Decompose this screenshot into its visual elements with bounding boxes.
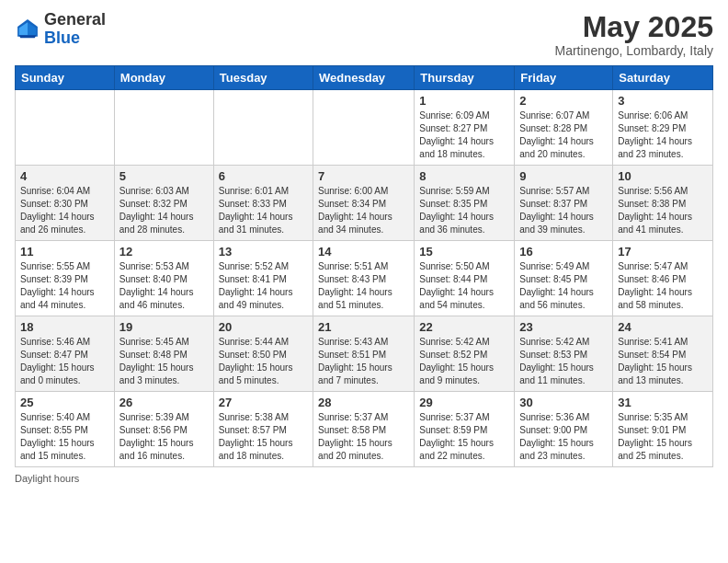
day-cell: 16Sunrise: 5:49 AM Sunset: 8:45 PM Dayli…	[515, 241, 613, 316]
day-cell: 11Sunrise: 5:55 AM Sunset: 8:39 PM Dayli…	[16, 241, 115, 316]
day-cell: 5Sunrise: 6:03 AM Sunset: 8:32 PM Daylig…	[114, 166, 213, 241]
day-number: 4	[20, 169, 109, 183]
day-info: Sunrise: 5:35 AM Sunset: 9:01 PM Dayligh…	[618, 411, 708, 463]
month-title: May 2025	[555, 11, 714, 43]
day-number: 12	[119, 245, 209, 259]
day-info: Sunrise: 5:37 AM Sunset: 8:58 PM Dayligh…	[318, 411, 409, 463]
day-info: Sunrise: 5:55 AM Sunset: 8:39 PM Dayligh…	[20, 260, 109, 312]
day-number: 8	[419, 169, 509, 183]
day-number: 23	[519, 320, 608, 334]
page: General Blue May 2025 Martinengo, Lombar…	[0, 0, 728, 491]
day-number: 13	[219, 245, 308, 259]
day-number: 24	[618, 320, 708, 334]
day-info: Sunrise: 5:42 AM Sunset: 8:52 PM Dayligh…	[419, 336, 509, 387]
day-number: 14	[318, 245, 409, 259]
day-info: Sunrise: 5:45 AM Sunset: 8:48 PM Dayligh…	[119, 336, 209, 387]
day-number: 28	[318, 396, 409, 409]
weekday-tuesday: Tuesday	[213, 66, 313, 90]
location: Martinengo, Lombardy, Italy	[555, 43, 714, 58]
day-number: 21	[318, 320, 409, 334]
day-info: Sunrise: 5:36 AM Sunset: 9:00 PM Dayligh…	[519, 411, 608, 463]
day-info: Sunrise: 5:51 AM Sunset: 8:43 PM Dayligh…	[318, 260, 409, 312]
day-info: Sunrise: 6:06 AM Sunset: 8:29 PM Dayligh…	[618, 109, 708, 161]
day-info: Sunrise: 5:40 AM Sunset: 8:55 PM Dayligh…	[20, 411, 109, 463]
day-info: Sunrise: 5:37 AM Sunset: 8:59 PM Dayligh…	[419, 411, 509, 463]
day-info: Sunrise: 6:09 AM Sunset: 8:27 PM Dayligh…	[419, 109, 509, 161]
weekday-friday: Friday	[515, 66, 613, 90]
day-number: 6	[219, 169, 308, 183]
day-cell: 28Sunrise: 5:37 AM Sunset: 8:58 PM Dayli…	[313, 392, 415, 467]
day-info: Sunrise: 5:42 AM Sunset: 8:53 PM Dayligh…	[519, 336, 608, 387]
day-cell: 9Sunrise: 5:57 AM Sunset: 8:37 PM Daylig…	[515, 166, 613, 241]
day-info: Sunrise: 5:52 AM Sunset: 8:41 PM Dayligh…	[219, 260, 308, 312]
weekday-wednesday: Wednesday	[313, 66, 415, 90]
day-info: Sunrise: 5:38 AM Sunset: 8:57 PM Dayligh…	[219, 411, 308, 463]
day-number: 10	[618, 169, 708, 183]
day-cell: 25Sunrise: 5:40 AM Sunset: 8:55 PM Dayli…	[16, 392, 115, 467]
day-cell: 31Sunrise: 5:35 AM Sunset: 9:01 PM Dayli…	[613, 392, 713, 467]
day-info: Sunrise: 5:59 AM Sunset: 8:35 PM Dayligh…	[419, 185, 509, 236]
day-number: 31	[618, 396, 708, 409]
logo-text: General Blue	[44, 11, 106, 48]
day-cell: 23Sunrise: 5:42 AM Sunset: 8:53 PM Dayli…	[515, 316, 613, 392]
day-cell: 26Sunrise: 5:39 AM Sunset: 8:56 PM Dayli…	[114, 392, 213, 467]
day-number: 1	[419, 94, 509, 108]
day-number: 19	[119, 320, 209, 334]
logo-blue: Blue	[44, 29, 80, 47]
day-cell: 13Sunrise: 5:52 AM Sunset: 8:41 PM Dayli…	[213, 241, 313, 316]
day-info: Sunrise: 5:49 AM Sunset: 8:45 PM Dayligh…	[519, 260, 608, 312]
day-number: 26	[119, 396, 209, 409]
day-info: Sunrise: 5:39 AM Sunset: 8:56 PM Dayligh…	[119, 411, 209, 463]
day-cell: 1Sunrise: 6:09 AM Sunset: 8:27 PM Daylig…	[415, 90, 515, 166]
week-row-2: 11Sunrise: 5:55 AM Sunset: 8:39 PM Dayli…	[16, 241, 713, 316]
day-cell: 30Sunrise: 5:36 AM Sunset: 9:00 PM Dayli…	[515, 392, 613, 467]
day-info: Sunrise: 5:57 AM Sunset: 8:37 PM Dayligh…	[519, 185, 608, 236]
day-cell: 14Sunrise: 5:51 AM Sunset: 8:43 PM Dayli…	[313, 241, 415, 316]
day-info: Sunrise: 5:53 AM Sunset: 8:40 PM Dayligh…	[119, 260, 209, 312]
day-number: 17	[618, 245, 708, 259]
day-cell	[213, 90, 313, 166]
day-number: 25	[20, 396, 109, 409]
day-number: 9	[519, 169, 608, 183]
footer: Daylight hours	[15, 473, 713, 484]
day-cell: 27Sunrise: 5:38 AM Sunset: 8:57 PM Dayli…	[213, 392, 313, 467]
day-info: Sunrise: 6:01 AM Sunset: 8:33 PM Dayligh…	[219, 185, 308, 236]
calendar: SundayMondayTuesdayWednesdayThursdayFrid…	[15, 65, 713, 467]
day-info: Sunrise: 5:50 AM Sunset: 8:44 PM Dayligh…	[419, 260, 509, 312]
day-cell: 19Sunrise: 5:45 AM Sunset: 8:48 PM Dayli…	[114, 316, 213, 392]
weekday-header-row: SundayMondayTuesdayWednesdayThursdayFrid…	[16, 66, 713, 90]
day-cell: 8Sunrise: 5:59 AM Sunset: 8:35 PM Daylig…	[415, 166, 515, 241]
day-cell: 21Sunrise: 5:43 AM Sunset: 8:51 PM Dayli…	[313, 316, 415, 392]
day-cell	[313, 90, 415, 166]
day-number: 29	[419, 396, 509, 409]
day-number: 18	[20, 320, 109, 334]
day-cell	[16, 90, 115, 166]
day-cell: 2Sunrise: 6:07 AM Sunset: 8:28 PM Daylig…	[515, 90, 613, 166]
day-cell: 10Sunrise: 5:56 AM Sunset: 8:38 PM Dayli…	[613, 166, 713, 241]
title-block: May 2025 Martinengo, Lombardy, Italy	[555, 11, 714, 58]
day-number: 30	[519, 396, 608, 409]
day-number: 7	[318, 169, 409, 183]
day-cell: 12Sunrise: 5:53 AM Sunset: 8:40 PM Dayli…	[114, 241, 213, 316]
day-cell: 6Sunrise: 6:01 AM Sunset: 8:33 PM Daylig…	[213, 166, 313, 241]
day-info: Sunrise: 6:00 AM Sunset: 8:34 PM Dayligh…	[318, 185, 409, 236]
day-number: 3	[618, 94, 708, 108]
week-row-0: 1Sunrise: 6:09 AM Sunset: 8:27 PM Daylig…	[16, 90, 713, 166]
logo: General Blue	[15, 11, 106, 48]
day-cell: 22Sunrise: 5:42 AM Sunset: 8:52 PM Dayli…	[415, 316, 515, 392]
day-cell: 17Sunrise: 5:47 AM Sunset: 8:46 PM Dayli…	[613, 241, 713, 316]
day-cell: 7Sunrise: 6:00 AM Sunset: 8:34 PM Daylig…	[313, 166, 415, 241]
day-cell: 3Sunrise: 6:06 AM Sunset: 8:29 PM Daylig…	[613, 90, 713, 166]
day-info: Sunrise: 6:03 AM Sunset: 8:32 PM Dayligh…	[119, 185, 209, 236]
day-cell: 15Sunrise: 5:50 AM Sunset: 8:44 PM Dayli…	[415, 241, 515, 316]
weekday-monday: Monday	[114, 66, 213, 90]
day-info: Sunrise: 5:41 AM Sunset: 8:54 PM Dayligh…	[618, 336, 708, 387]
svg-marker-3	[19, 35, 37, 38]
day-info: Sunrise: 5:44 AM Sunset: 8:50 PM Dayligh…	[219, 336, 308, 387]
day-cell: 20Sunrise: 5:44 AM Sunset: 8:50 PM Dayli…	[213, 316, 313, 392]
day-cell: 24Sunrise: 5:41 AM Sunset: 8:54 PM Dayli…	[613, 316, 713, 392]
week-row-3: 18Sunrise: 5:46 AM Sunset: 8:47 PM Dayli…	[16, 316, 713, 392]
day-cell: 4Sunrise: 6:04 AM Sunset: 8:30 PM Daylig…	[16, 166, 115, 241]
day-info: Sunrise: 5:46 AM Sunset: 8:47 PM Dayligh…	[20, 336, 109, 387]
day-number: 20	[219, 320, 308, 334]
